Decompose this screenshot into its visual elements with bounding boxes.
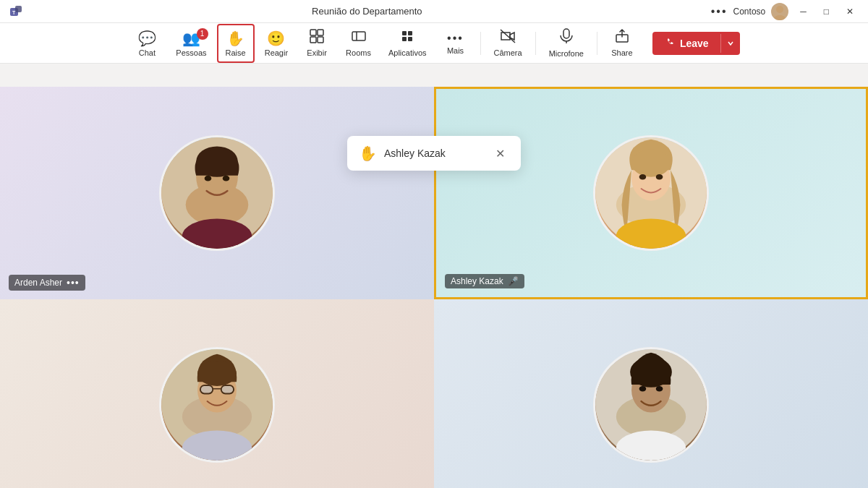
toolbar-microphone[interactable]: Microfone bbox=[542, 24, 591, 62]
microphone-label: Microfone bbox=[549, 49, 584, 58]
douglas-face bbox=[595, 349, 707, 461]
share-label: Share bbox=[611, 48, 632, 57]
teams-logo-icon: T bbox=[9, 4, 23, 19]
maximize-button[interactable]: □ bbox=[818, 4, 835, 20]
mais-label: Mais bbox=[447, 46, 464, 55]
arden-more-button[interactable]: ••• bbox=[67, 277, 80, 288]
reagir-icon: 🙂 bbox=[267, 30, 285, 47]
arden-name: Arden Asher bbox=[14, 278, 62, 288]
title-bar-right: ••• Contoso ─ □ ✕ bbox=[711, 3, 859, 20]
chat-icon: 💬 bbox=[138, 30, 156, 47]
svg-point-45 bbox=[639, 386, 647, 392]
hand-raise-emoji: ✋ bbox=[359, 145, 377, 162]
svg-point-29 bbox=[631, 149, 671, 177]
toolbar-raise[interactable]: ✋ Raise bbox=[217, 24, 255, 63]
svg-rect-38 bbox=[221, 385, 234, 394]
svg-point-30 bbox=[639, 174, 647, 180]
toolbar-aplicativos[interactable]: Aplicativos bbox=[381, 25, 434, 61]
leave-main-button[interactable]: Leave bbox=[652, 32, 720, 55]
aplicativos-icon bbox=[400, 29, 414, 47]
svg-rect-13 bbox=[402, 37, 407, 41]
chat-label: Chat bbox=[139, 48, 156, 57]
svg-rect-7 bbox=[310, 37, 316, 43]
arden-portrait bbox=[161, 137, 273, 249]
douglas-portrait bbox=[595, 349, 707, 461]
ashley-face bbox=[595, 137, 707, 249]
svg-text:T: T bbox=[12, 10, 16, 15]
svg-point-23 bbox=[205, 176, 212, 181]
reagir-label: Reagir bbox=[265, 48, 288, 57]
phone-leave-icon bbox=[664, 38, 676, 49]
close-button[interactable]: ✕ bbox=[841, 4, 859, 20]
toolbar-camera[interactable]: Câmera bbox=[487, 25, 529, 61]
notification-close-button[interactable]: ✕ bbox=[491, 145, 509, 162]
ashley-name: Ashley Kazak bbox=[451, 276, 503, 286]
meeting-title: Reunião do Departamento bbox=[23, 6, 711, 17]
camera-off-icon bbox=[500, 29, 516, 47]
arden-label: Arden Asher ••• bbox=[9, 275, 85, 291]
toolbar-rooms[interactable]: Rooms bbox=[339, 25, 378, 61]
svg-point-24 bbox=[223, 176, 230, 181]
toolbar-separator-3 bbox=[597, 32, 597, 55]
camera-label: Câmera bbox=[494, 48, 522, 57]
user-avatar[interactable] bbox=[771, 3, 788, 20]
svg-rect-14 bbox=[408, 37, 412, 41]
svg-point-3 bbox=[776, 6, 783, 13]
svg-line-15 bbox=[501, 30, 515, 43]
svg-point-44 bbox=[630, 357, 672, 388]
leave-button-group[interactable]: Leave bbox=[652, 32, 740, 55]
svg-rect-37 bbox=[200, 385, 213, 394]
svg-point-36 bbox=[197, 361, 237, 387]
eldon-avatar bbox=[159, 347, 275, 463]
svg-point-4 bbox=[774, 15, 786, 20]
toolbar-separator-1 bbox=[480, 32, 481, 55]
rooms-label: Rooms bbox=[346, 48, 371, 57]
video-cell-arden: Arden Asher ••• bbox=[0, 87, 434, 299]
svg-rect-16 bbox=[563, 29, 569, 38]
toolbar-mais[interactable]: ••• Mais bbox=[437, 27, 475, 59]
toolbar-exibir[interactable]: Exibir bbox=[298, 25, 336, 61]
video-cell-eldon: Eldon Roque 🎤 bbox=[0, 299, 434, 489]
title-bar: T Reunião do Departamento ••• Contoso ─ … bbox=[0, 0, 868, 23]
ashley-mic-icon: 🎤 bbox=[508, 276, 519, 286]
toolbar-separator-2 bbox=[535, 32, 536, 55]
exibir-label: Exibir bbox=[307, 48, 327, 57]
share-icon bbox=[615, 29, 629, 47]
leave-label: Leave bbox=[680, 38, 709, 49]
svg-rect-11 bbox=[402, 31, 407, 35]
ashley-label: Ashley Kazak 🎤 bbox=[445, 274, 524, 288]
arden-face bbox=[161, 137, 273, 249]
svg-rect-5 bbox=[310, 30, 316, 35]
svg-rect-12 bbox=[408, 31, 412, 35]
svg-point-46 bbox=[656, 386, 663, 392]
raise-icon: ✋ bbox=[226, 30, 244, 47]
notification-person-name: Ashley Kazak bbox=[384, 147, 484, 159]
svg-rect-8 bbox=[318, 37, 323, 43]
toolbar-pessoas[interactable]: 👥 Pessoas 1 bbox=[169, 25, 213, 61]
video-cell-ashley: Ashley Kazak 🎤 bbox=[434, 87, 868, 299]
contoso-label: Contoso bbox=[733, 7, 766, 17]
svg-rect-9 bbox=[352, 32, 365, 40]
pessoas-badge: 1 bbox=[197, 28, 208, 40]
more-options-button[interactable]: ••• bbox=[711, 5, 728, 18]
rooms-icon bbox=[352, 29, 366, 47]
eldon-portrait bbox=[161, 349, 273, 461]
douglas-avatar bbox=[593, 347, 709, 463]
mais-icon: ••• bbox=[447, 32, 464, 45]
toolbar-reagir[interactable]: 🙂 Reagir bbox=[258, 25, 295, 61]
svg-rect-1 bbox=[15, 6, 22, 12]
raise-label: Raise bbox=[226, 48, 246, 57]
aplicativos-label: Aplicativos bbox=[388, 48, 427, 57]
title-bar-left: T bbox=[9, 4, 23, 19]
toolbar-chat[interactable]: 💬 Chat bbox=[128, 25, 166, 61]
ashley-avatar bbox=[593, 135, 709, 251]
svg-point-31 bbox=[656, 174, 663, 180]
leave-dropdown[interactable] bbox=[720, 34, 740, 53]
toolbar-share[interactable]: Share bbox=[603, 25, 641, 61]
eldon-face bbox=[161, 349, 273, 461]
video-cell-douglas: Douglas Cochran 🎤 bbox=[434, 299, 868, 489]
raise-hand-notification: ✋ Ashley Kazak ✕ bbox=[347, 136, 521, 171]
minimize-button[interactable]: ─ bbox=[794, 4, 812, 20]
microphone-icon bbox=[560, 28, 573, 48]
arden-avatar bbox=[159, 135, 275, 251]
